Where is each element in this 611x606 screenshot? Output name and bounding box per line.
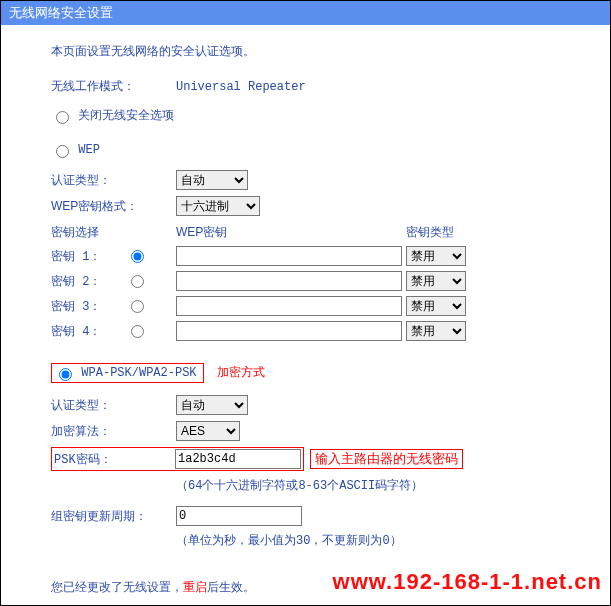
psk-label: PSK密码： (54, 451, 175, 468)
wpa-auth-select[interactable]: 自动 (176, 395, 248, 415)
wep-keyfmt-label: WEP密钥格式： (51, 198, 176, 215)
restart-link[interactable]: 重启 (183, 580, 207, 594)
wep-keyfmt-select[interactable]: 十六进制 (176, 196, 260, 216)
radio-wep[interactable]: WEP (51, 142, 590, 158)
wireless-mode-value: Universal Repeater (176, 80, 306, 94)
wep-key4-input[interactable] (176, 321, 402, 341)
wep-key3-label: 密钥 3： (51, 298, 126, 315)
wep-key-row-3: 密钥 3： 禁用 (51, 296, 590, 316)
wep-key-row-2: 密钥 2： 禁用 (51, 271, 590, 291)
watermark: www.192-168-1-1.net.cn (333, 569, 602, 595)
wep-key1-type[interactable]: 禁用 (406, 246, 466, 266)
wep-key1-input[interactable] (176, 246, 402, 266)
radio-wpa-input[interactable] (59, 368, 72, 381)
panel-title: 无线网络安全设置 (9, 5, 113, 20)
wep-auth-select[interactable]: 自动 (176, 170, 248, 190)
wep-key2-radio[interactable] (131, 275, 144, 288)
psk-hint: （64个十六进制字符或8-63个ASCII码字符） (176, 477, 590, 494)
interval-hint: （单位为秒，最小值为30，不更新则为0） (176, 532, 590, 549)
wep-col-key: WEP密钥 (176, 224, 406, 241)
radio-wpa-box: WPA-PSK/WPA2-PSK (51, 363, 204, 383)
panel-header: 无线网络安全设置 (1, 1, 610, 25)
wep-col-type: 密钥类型 (406, 224, 486, 241)
wep-key-row-1: 密钥 1： 禁用 (51, 246, 590, 266)
enc-method-label: 加密方式 (217, 365, 265, 379)
intro-text: 本页面设置无线网络的安全认证选项。 (51, 43, 590, 60)
wep-key4-type[interactable]: 禁用 (406, 321, 466, 341)
radio-wep-input[interactable] (56, 145, 69, 158)
wep-key2-input[interactable] (176, 271, 402, 291)
wep-key-row-4: 密钥 4： 禁用 (51, 321, 590, 341)
radio-wpa-label: WPA-PSK/WPA2-PSK (81, 366, 196, 380)
wireless-mode-row: 无线工作模式： Universal Repeater (51, 78, 590, 95)
wep-key3-radio[interactable] (131, 300, 144, 313)
wep-key1-radio[interactable] (131, 250, 144, 263)
wpa-algo-select[interactable]: AES (176, 421, 240, 441)
wep-auth-label: 认证类型： (51, 172, 176, 189)
wep-key3-type[interactable]: 禁用 (406, 296, 466, 316)
psk-input[interactable] (175, 449, 301, 469)
wep-key4-radio[interactable] (131, 325, 144, 338)
wpa-auth-label: 认证类型： (51, 397, 176, 414)
wep-key4-label: 密钥 4： (51, 323, 126, 340)
wep-col-select: 密钥选择 (51, 224, 176, 241)
wpa-algo-label: 加密算法： (51, 423, 176, 440)
psk-row-box: PSK密码： (51, 447, 304, 471)
radio-disable-label: 关闭无线安全选项 (78, 109, 174, 123)
wireless-mode-label: 无线工作模式： (51, 78, 176, 95)
psk-annotation: 输入主路由器的无线密码 (310, 449, 463, 469)
wep-key2-label: 密钥 2： (51, 273, 126, 290)
radio-disable-security[interactable]: 关闭无线安全选项 (51, 107, 590, 124)
wep-key2-type[interactable]: 禁用 (406, 271, 466, 291)
interval-label: 组密钥更新周期： (51, 508, 176, 525)
wep-key1-label: 密钥 1： (51, 248, 126, 265)
radio-wep-label: WEP (78, 143, 100, 157)
interval-input[interactable] (176, 506, 302, 526)
radio-disable-input[interactable] (56, 111, 69, 124)
wep-key3-input[interactable] (176, 296, 402, 316)
